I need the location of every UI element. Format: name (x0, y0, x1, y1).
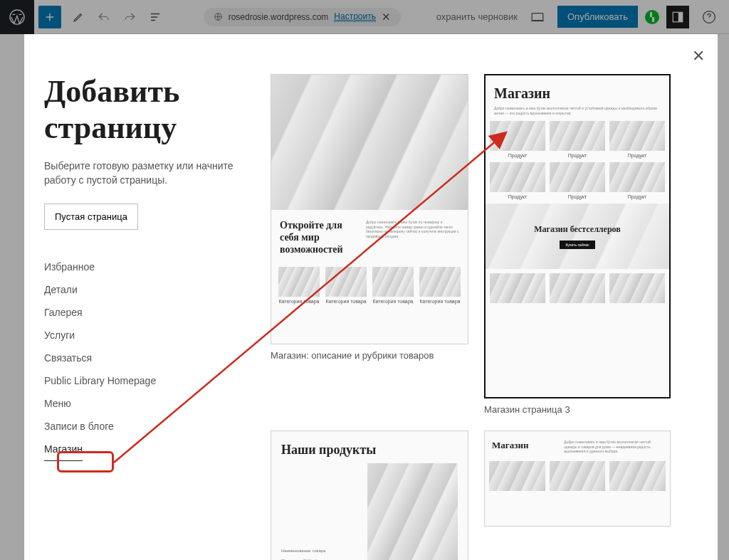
template-lorem: Добро пожаловать в наш бутик экологическ… (494, 106, 661, 115)
close-icon[interactable]: ✕ (692, 47, 705, 65)
template-shop-description[interactable]: Откройте для себя мир возможностей Добро… (271, 74, 468, 415)
template-heading: Откройте для себя мир возможностей (280, 220, 359, 255)
template-lorem: Добро пожаловать в наш бутик по телефону… (366, 220, 459, 255)
category-menu[interactable]: Меню (44, 392, 251, 415)
modal-title: Добавить страницу (44, 74, 251, 146)
template-shop-grid[interactable]: Магазин Добро пожаловать в наш бутик эко… (484, 430, 671, 560)
template-caption: Магазин страница 3 (484, 404, 671, 415)
modal-subtitle: Выберите готовую разметку или начните ра… (44, 159, 251, 188)
bestseller-cta: Купить сейчас (560, 241, 594, 249)
add-page-modal: ✕ Добавить страницу Выберите готовую раз… (24, 34, 718, 560)
category-services[interactable]: Услуги (44, 324, 251, 347)
annotation-highlight-box (57, 451, 114, 472)
category-blog[interactable]: Записи в блоге (44, 415, 251, 438)
template-lorem: Добро пожаловать в наш бутик экологическ… (564, 440, 663, 454)
category-contact[interactable]: Связаться (44, 347, 251, 369)
product-name: Наименование товара (281, 548, 359, 554)
template-our-products[interactable]: Наши продукты Наименование товара 99 дол… (271, 430, 468, 560)
template-heading: Наши продукты (281, 443, 458, 458)
blank-page-button[interactable]: Пустая страница (44, 204, 138, 230)
template-heading: Магазин (492, 440, 557, 454)
modal-sidebar: Добавить страницу Выберите готовую разме… (44, 74, 251, 560)
category-favorites[interactable]: Избранное (44, 255, 251, 278)
category-list: Избранное Детали Галерея Услуги Связатьс… (44, 255, 251, 461)
template-heading: Магазин (494, 85, 661, 102)
bestseller-title: Магазин бестселлеров (534, 224, 621, 235)
templates-grid: Откройте для себя мир возможностей Добро… (271, 74, 698, 560)
category-gallery[interactable]: Галерея (44, 301, 251, 324)
template-caption: Магазин: описание и рубрики товаров (271, 350, 468, 361)
template-shop-page-3[interactable]: Магазин Добро пожаловать в наш бутик эко… (484, 74, 671, 415)
category-details[interactable]: Детали (44, 278, 251, 301)
category-public-library[interactable]: Public Library Homepage (44, 369, 251, 392)
